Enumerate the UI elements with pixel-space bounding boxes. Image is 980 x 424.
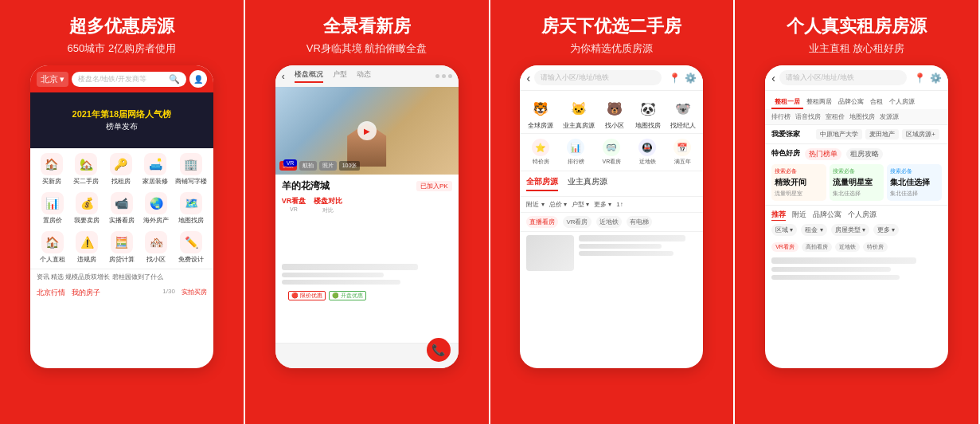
live-tab-live[interactable]: 直播看房 (526, 216, 558, 228)
filter-more[interactable]: 更多 ▾ (594, 200, 611, 209)
overseas-icon: 🌏 (145, 192, 167, 214)
live-tab-metro[interactable]: 近地铁 (596, 216, 622, 228)
rec-tab-nearby[interactable]: 附近 (792, 210, 806, 221)
live-tab-special-price[interactable]: 特价房 (863, 242, 888, 252)
sub-tab-voice[interactable]: 语音找房 (795, 112, 821, 121)
avatar-btn[interactable]: 👤 (189, 70, 207, 88)
cat-tab-2room[interactable]: 整租两居 (803, 96, 835, 109)
map-find-label: 地图找房 (635, 121, 661, 130)
icon-live-view[interactable]: 📹 实播看房 (106, 192, 138, 225)
icon-global-house[interactable]: 🐯 全球房源 (528, 97, 553, 130)
icon-five-years[interactable]: 📅 满五年 (674, 139, 691, 166)
section-title-row: 特色好房 热门榜单 租房攻略 (771, 148, 942, 160)
rec-tab-recommend[interactable]: 推荐 (771, 210, 786, 221)
back-icon[interactable]: ‹ (282, 71, 285, 82)
icon-price[interactable]: 📊 置房价 (37, 192, 68, 225)
promo-card-2[interactable]: 搜索必备 流量明星室 集北佳选择 (830, 164, 884, 201)
cat-tab-1room[interactable]: 整租一居 (771, 96, 803, 109)
phone3-house-list (520, 232, 703, 368)
phone3-back-icon[interactable]: ‹ (526, 72, 530, 84)
hot-tag-1[interactable]: 中原地产大学 (816, 129, 862, 139)
phone-icon: 📞 (431, 344, 445, 356)
filter-rent-btn[interactable]: 租金 ▾ (801, 224, 826, 236)
icon-commercial[interactable]: 🏢 商铺写字楼 (175, 153, 207, 186)
tab-rooms[interactable]: 户型 (333, 69, 347, 83)
filter-sort[interactable]: 1↑ (616, 200, 623, 209)
hot-tag-more[interactable]: 区域房源+ (902, 129, 939, 139)
live-tab-elevator[interactable]: 有电梯 (627, 216, 652, 228)
promo-card-1[interactable]: 搜索必备 精致开间 流量明星室 (771, 164, 826, 201)
icon-community[interactable]: 🏘️ 找小区 (141, 231, 173, 264)
icon-agent[interactable]: 🐨 找经纪人 (670, 97, 696, 130)
phone3-search-bar[interactable]: 请输入小区/地址/地铁 (534, 70, 662, 85)
rec-tab-personal[interactable]: 个人房源 (848, 210, 877, 221)
phone3-filter-icon[interactable]: ⚙️ (685, 73, 697, 84)
phone2-price-bar: VR看盘 VR 楼盘对比 对比 (282, 196, 452, 214)
live-tab-high-cam[interactable]: 高拍看房 (802, 242, 832, 252)
icon-mortgage[interactable]: 🧮 房贷计算 (106, 231, 138, 264)
tag-price-limit[interactable]: 🔴 限价优惠 (288, 291, 326, 300)
icon-overseas[interactable]: 🌏 海外房产 (141, 192, 173, 225)
promo-card-3[interactable]: 搜索必备 集北佳选择 集北佳选择 (887, 164, 942, 201)
commercial-icon: 🏢 (180, 153, 202, 175)
live-tab-vr[interactable]: VR看房 (563, 216, 591, 228)
phone4-search-bar[interactable]: 请输入小区/地址/地铁 (779, 70, 907, 85)
play-button[interactable]: ▶ (357, 121, 377, 140)
phone2-header: ‹ 楼盘概况 户型 动态 (275, 65, 459, 87)
sub-tab-room-price[interactable]: 室租价 (826, 112, 845, 121)
tab-overview[interactable]: 楼盘概况 (295, 69, 323, 83)
cat-tab-brand[interactable]: 品牌公寓 (835, 96, 867, 109)
pk-badge[interactable]: 已加入PK (416, 181, 452, 191)
sub-tab-source[interactable]: 发源源 (880, 112, 899, 121)
hot-tag-2[interactable]: 麦田地产 (865, 129, 899, 139)
icon-sell[interactable]: 💰 我要卖房 (71, 192, 103, 225)
icon-find-community[interactable]: 🐻 找小区 (603, 97, 626, 130)
icon-owner-house[interactable]: 🐱 业主真房源 (563, 97, 595, 130)
icon-rent[interactable]: 🔑 找租房 (106, 153, 136, 186)
icon-near-metro[interactable]: 🚇 近地铁 (638, 139, 656, 166)
search-bar[interactable]: 楼盘名/地铁/开发商等 🔍 (72, 72, 186, 87)
icon-decor[interactable]: 🛋️ 家居装修 (140, 153, 170, 186)
icon-ranking[interactable]: 📊 排行榜 (567, 139, 584, 166)
filter-more-btn[interactable]: 更多 ▾ (873, 224, 899, 236)
rental-guide-tab[interactable]: 租房攻略 (846, 148, 883, 160)
icon-design[interactable]: ✏️ 免费设计 (175, 231, 207, 264)
icon-illegal[interactable]: ⚠️ 违规房 (71, 231, 103, 264)
hot-list-tab[interactable]: 热门榜单 (805, 148, 841, 160)
sub-tab-map[interactable]: 地图找房 (849, 112, 875, 121)
phone3-location-icon[interactable]: 📍 (669, 73, 681, 84)
blur-col-1 (282, 264, 452, 285)
beijing-link[interactable]: 北京行情 (37, 288, 65, 298)
icon-vr-view[interactable]: 🥽 VR看房 (602, 139, 621, 166)
phone-call-btn[interactable]: 📞 (427, 338, 451, 362)
price-item-1: VR看盘 VR (282, 196, 306, 214)
cat-tab-shared[interactable]: 合租 (867, 96, 886, 109)
sub-tab-ranking[interactable]: 排行榜 (771, 112, 791, 121)
icon-buy-new[interactable]: 🏠 买新房 (37, 153, 67, 186)
filter-nearby[interactable]: 附近 ▾ (526, 200, 544, 209)
icon-direct-rent[interactable]: 🏠 个人直租 (37, 231, 68, 264)
phone4-back-icon[interactable]: ‹ (771, 72, 775, 84)
filter-area-btn[interactable]: 区域 ▾ (771, 224, 797, 236)
tab-owner-houses[interactable]: 业主真房源 (568, 176, 607, 191)
live-tab-vr-view[interactable]: VR看房 (771, 242, 798, 252)
city-selector[interactable]: 北京 ▾ (37, 72, 68, 87)
phone4-location-icon[interactable]: 📍 (914, 73, 926, 84)
tag-opening[interactable]: 🟢 开盘优惠 (329, 291, 366, 300)
icon-buy-second[interactable]: 🏡 买二手房 (71, 153, 101, 186)
filter-type-btn[interactable]: 房屋类型 ▾ (831, 224, 869, 236)
my-house-link[interactable]: 我的房子 (72, 288, 100, 298)
live-tab-near-metro[interactable]: 近地铁 (835, 242, 860, 252)
phone4-filter-icon[interactable]: ⚙️ (930, 73, 942, 84)
icon-map-find[interactable]: 🐼 地图找房 (635, 97, 661, 130)
icon-special-price[interactable]: ⭐ 特价房 (532, 139, 549, 166)
buy-house-link[interactable]: 实拍买房 (182, 288, 207, 298)
filter-room-type[interactable]: 户型 ▾ (572, 200, 589, 209)
rec-tab-brand-apt[interactable]: 品牌公寓 (813, 210, 841, 221)
filter-total-price[interactable]: 总价 ▾ (549, 200, 567, 209)
tab-dynamic[interactable]: 动态 (357, 69, 371, 83)
cat-tab-personal[interactable]: 个人房源 (886, 96, 918, 109)
community-icon: 🏘️ (145, 231, 167, 253)
tab-all-houses[interactable]: 全部房源 (526, 176, 558, 191)
icon-map[interactable]: 🗺️ 地图找房 (175, 192, 207, 225)
